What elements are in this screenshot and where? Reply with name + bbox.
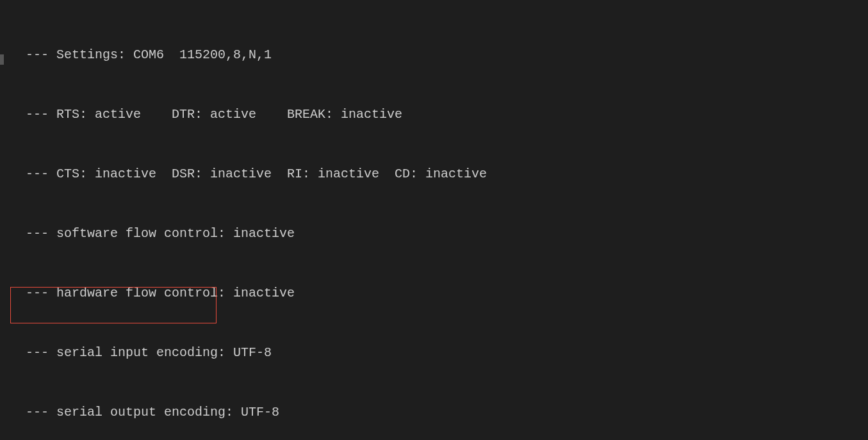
terminal-line: --- RTS: active DTR: active BREAK: inact… [26,104,868,124]
terminal-line: --- serial input encoding: UTF-8 [26,343,868,363]
terminal-line: --- Settings: COM6 115200,8,N,1 [26,45,868,65]
terminal-line: --- serial output encoding: UTF-8 [26,402,868,422]
terminal-output[interactable]: --- Settings: COM6 115200,8,N,1 --- RTS:… [0,0,868,440]
terminal-line: --- CTS: inactive DSR: inactive RI: inac… [26,164,868,184]
terminal-line: --- hardware flow control: inactive [26,283,868,303]
terminal-line: --- software flow control: inactive [26,224,868,243]
